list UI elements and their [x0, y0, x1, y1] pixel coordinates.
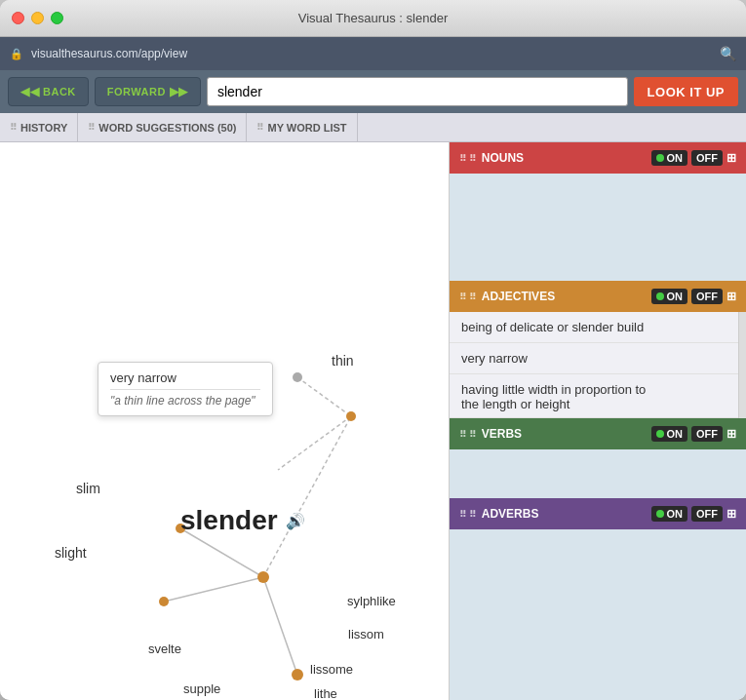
grip-icon: ⠿ ⠿	[459, 292, 476, 302]
definition-item[interactable]: having little width in proportion tothe …	[450, 374, 738, 418]
verbs-off-toggle[interactable]: OFF	[691, 426, 723, 442]
minimize-button[interactable]	[31, 12, 44, 24]
verbs-section-header: ⠿ ⠿ VERBS ON OFF ⊞	[450, 418, 746, 449]
adjectives-on-toggle[interactable]: ON	[651, 289, 688, 304]
adjectives-resize-icon: ⊞	[726, 290, 736, 303]
verbs-content	[450, 449, 746, 498]
off-label: OFF	[696, 291, 718, 302]
adverbs-off-toggle[interactable]: OFF	[691, 506, 723, 522]
verbs-toggle-group: ON OFF ⊞	[651, 426, 737, 442]
definition-item[interactable]: very narrow	[450, 343, 738, 374]
forward-label: FORWARD	[107, 86, 166, 97]
search-icon[interactable]: 🔍	[720, 46, 736, 61]
on-dot	[656, 154, 664, 162]
back-button[interactable]: ◀◀ BACK	[8, 77, 89, 106]
sidebar-panel: ⠿ ⠿ NOUNS ON OFF ⊞ ⠿ ⠿ ADJECTIVES	[449, 142, 746, 700]
nouns-toggle-group: ON OFF ⊞	[651, 150, 737, 166]
verbs-resize-icon: ⊞	[726, 427, 736, 441]
grip-icon: ⠿ ⠿	[459, 429, 476, 440]
on-label: ON	[667, 508, 684, 520]
address-url[interactable]: visualthesaurus.com/app/view	[31, 47, 712, 60]
search-input[interactable]	[207, 77, 628, 106]
svg-line-2	[164, 577, 263, 602]
nouns-on-toggle[interactable]: ON	[651, 150, 688, 166]
off-label: OFF	[696, 428, 718, 440]
svg-line-3	[263, 577, 297, 675]
word-sylphlike[interactable]: sylphlike	[347, 594, 396, 608]
off-label: OFF	[696, 508, 718, 520]
adverbs-content	[450, 529, 746, 700]
adjectives-off-toggle[interactable]: OFF	[691, 289, 723, 304]
svg-point-10	[292, 669, 303, 681]
lookup-button[interactable]: LOOK IT UP	[634, 77, 738, 106]
maximize-button[interactable]	[51, 12, 63, 24]
tooltip: very narrow "a thin line across the page…	[98, 362, 273, 416]
adjectives-label: ADJECTIVES	[482, 290, 555, 303]
traffic-lights	[0, 12, 63, 24]
on-label: ON	[667, 428, 684, 440]
window-title: Visual Thesaurus : slender	[298, 11, 448, 25]
svg-line-5	[278, 416, 351, 470]
grip-icon: ⠿	[256, 122, 263, 133]
adjectives-definitions: being of delicate or slender build very …	[450, 312, 738, 418]
nouns-section-header: ⠿ ⠿ NOUNS ON OFF ⊞	[450, 142, 746, 174]
adjectives-content-area: being of delicate or slender build very …	[450, 312, 746, 418]
word-lissom[interactable]: lissom	[348, 627, 384, 642]
address-bar: 🔒 visualthesaurus.com/app/view 🔍	[0, 37, 746, 70]
on-dot	[656, 510, 664, 518]
main-content: very narrow "a thin line across the page…	[0, 142, 746, 700]
on-dot	[656, 292, 664, 300]
on-dot	[656, 430, 664, 438]
adverbs-section-header: ⠿ ⠿ ADVERBS ON OFF ⊞	[450, 498, 746, 529]
off-label: OFF	[696, 152, 718, 164]
title-bar: Visual Thesaurus : slender	[0, 0, 746, 37]
back-arrow-icon: ◀◀	[20, 85, 39, 98]
word-lithe[interactable]: lithe	[314, 686, 337, 700]
adverbs-toggle-group: ON OFF ⊞	[651, 506, 737, 522]
main-word-label[interactable]: slender	[180, 505, 278, 536]
nav-bar: ◀◀ BACK FORWARD ▶▶ LOOK IT UP	[0, 70, 746, 113]
tab-word-suggestions[interactable]: ⠿ WORD SUGGESTIONS (50)	[78, 113, 247, 141]
definition-item[interactable]: being of delicate or slender build	[450, 312, 738, 343]
lock-icon: 🔒	[10, 48, 23, 60]
tab-history[interactable]: ⠿ HISTORY	[0, 113, 78, 141]
back-label: BACK	[43, 86, 76, 97]
svg-line-0	[263, 416, 351, 577]
grip-icon: ⠿	[88, 122, 95, 133]
grip-icon: ⠿ ⠿	[459, 509, 476, 520]
tab-my-word-list[interactable]: ⠿ MY WORD LIST	[247, 113, 357, 141]
verbs-label: VERBS	[482, 427, 522, 441]
adverbs-on-toggle[interactable]: ON	[651, 506, 688, 522]
adjectives-section-header: ⠿ ⠿ ADJECTIVES ON OFF ⊞	[450, 281, 746, 312]
word-svelte[interactable]: svelte	[148, 642, 181, 656]
svg-point-6	[257, 571, 269, 583]
verbs-on-toggle[interactable]: ON	[651, 426, 688, 442]
close-button[interactable]	[12, 12, 24, 24]
word-slight[interactable]: slight	[55, 545, 87, 561]
adverbs-resize-icon: ⊞	[726, 507, 736, 521]
browser-window: Visual Thesaurus : slender 🔒 visualthesa…	[0, 0, 746, 700]
nouns-off-toggle[interactable]: OFF	[691, 150, 723, 166]
svg-point-7	[346, 411, 356, 421]
word-lissome[interactable]: lissome	[310, 662, 353, 677]
graph-panel: very narrow "a thin line across the page…	[0, 142, 449, 700]
speaker-icon[interactable]: 🔊	[286, 512, 305, 530]
graph-svg	[0, 142, 449, 700]
main-word-container: slender 🔊	[180, 505, 305, 536]
word-slim[interactable]: slim	[76, 481, 100, 496]
word-supple[interactable]: supple	[183, 681, 220, 696]
scrollbar[interactable]	[738, 312, 746, 418]
svg-line-4	[297, 377, 351, 416]
adverbs-label: ADVERBS	[482, 507, 539, 521]
tooltip-example: "a thin line across the page"	[110, 394, 260, 408]
grip-icon: ⠿	[10, 122, 17, 133]
svg-point-9	[159, 597, 169, 606]
on-label: ON	[667, 291, 684, 302]
nouns-label: NOUNS	[482, 151, 524, 165]
word-thin[interactable]: thin	[332, 353, 354, 369]
tooltip-meaning: very narrow	[110, 370, 260, 385]
nouns-content	[450, 174, 746, 281]
grip-icon: ⠿ ⠿	[459, 153, 476, 164]
adjectives-toggle-group: ON OFF ⊞	[651, 289, 737, 304]
forward-button[interactable]: FORWARD ▶▶	[95, 77, 201, 106]
